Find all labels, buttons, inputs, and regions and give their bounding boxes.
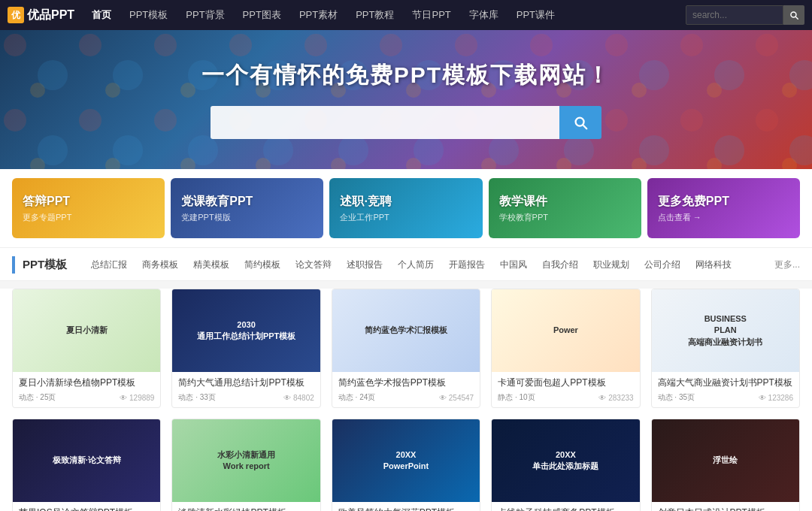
template-card-r1-0[interactable]: 夏日小清新 夏日小清新绿色植物PPT模板 动态 · 25页 👁129889 [12,289,161,408]
template-thumb-r2-1: 水彩小清新通用Work report [172,419,320,502]
template-info-r2-3: 点线粒子科技感商务PPT模板 动态 · 28页 👁88762 [492,502,639,511]
eye-icon-r1-1: 👁 [283,394,291,402]
template-card-r2-4[interactable]: 浮世绘 创意日本日式设计PPT模板 静态 · 15页 👁54321 [651,419,800,511]
template-thumb-r2-0: 极致清新·论文答辩 [13,419,160,502]
category-banner-2[interactable]: 述职·竞聘 企业工作PPT [329,178,482,238]
thumb-label-r2-3: 20XX单击此处添加标题 [529,446,601,476]
cat-banner-text-0: 答辩PPT 更多专题PPT [23,194,71,223]
tab-item-5[interactable]: 述职报告 [339,256,390,274]
nav-item-2[interactable]: PPT背景 [177,0,233,30]
eye-icon-r1-0: 👁 [120,394,127,402]
cat-banner-sub-3: 学校教育PPT [499,212,548,223]
tab-more[interactable]: 更多... [774,259,800,271]
template-card-r2-2[interactable]: 20XXPowerPoint 欧美风简约大气深蓝PPT模板 动态 · 22页 👁… [332,419,480,511]
template-card-r1-1[interactable]: 2030通用工作总结计划PPT模板 简约大气通用总结计划PPT模板 动态 · 3… [171,289,320,408]
thumb-label-r1-0: 夏日小清新 [63,322,111,339]
nav-search-input[interactable] [686,5,783,25]
template-views-r1-0: 👁129889 [120,394,154,402]
category-banner-3[interactable]: 教学课件 学校教育PPT [489,178,641,238]
nav-item-0[interactable]: 首页 [83,0,120,30]
template-title-r1-1: 简约大气通用总结计划PPT模板 [178,376,314,389]
section-tabs: PPT模板 总结汇报商务模板精美模板简约模板论文答辩述职报告个人简历开题报告中国… [0,248,812,281]
template-thumb-r1-2: 简约蓝色学术汇报模板 [332,289,480,372]
template-title-r2-4: 创意日本日式设计PPT模板 [658,506,793,511]
thumb-label-r1-1: 2030通用工作总结计划PPT模板 [194,316,298,346]
template-thumb-r1-1: 2030通用工作总结计划PPT模板 [172,289,320,372]
template-card-r1-2[interactable]: 简约蓝色学术汇报模板 简约蓝色学术报告PPT模板 动态 · 24页 👁25454… [332,289,480,408]
nav-search-button[interactable] [783,5,804,25]
logo-text: 优品PPT [27,8,74,23]
tab-item-9[interactable]: 自我介绍 [535,256,586,274]
nav-item-6[interactable]: 节日PPT [403,0,459,30]
nav-item-8[interactable]: PPT课件 [508,0,564,30]
cat-banner-title-3: 教学课件 [499,194,548,210]
hero-title: 一个有情怀的免费PPT模板下载网站！ [201,60,611,91]
cat-banner-text-1: 党课教育PPT 党建PPT模版 [181,194,253,223]
template-thumb-r1-4: BUSINESSPLAN高端商业融资计划书 [652,289,799,372]
logo-icon: 优 [8,7,24,23]
thumb-label-r2-1: 水彩小清新通用Work report [214,446,278,476]
template-views-r1-1: 👁84802 [283,394,314,402]
tab-item-3[interactable]: 简约模板 [237,256,288,274]
tab-item-2[interactable]: 精美模板 [186,256,237,274]
template-meta-r1-3: 静态 · 10页 👁283233 [498,392,633,403]
hero-search-icon [572,114,589,131]
cat-banner-text-4: 更多免费PPT 点击查看 → [658,194,729,223]
thumb-label-r2-0: 极致清新·论文答辩 [50,452,124,469]
tab-item-11[interactable]: 公司介绍 [637,256,688,274]
template-views-r1-4: 👁123286 [759,394,793,402]
template-card-r1-4[interactable]: BUSINESSPLAN高端商业融资计划书 高端大气商业融资计划书PPT模板 动… [651,289,800,408]
nav-item-7[interactable]: 字体库 [460,0,508,30]
template-thumb-r1-3: Power [492,289,639,372]
tab-item-6[interactable]: 个人简历 [390,256,441,274]
thumb-label-r1-4: BUSINESSPLAN高端商业融资计划书 [685,310,765,351]
template-info-r2-4: 创意日本日式设计PPT模板 静态 · 15页 👁54321 [652,502,799,511]
template-tag-r1-0: 动态 · 25页 [19,392,56,403]
search-icon [789,10,799,20]
template-title-r2-0: 苹果IOS风论文答辩PPT模板 [19,506,154,511]
category-banner-4[interactable]: 更多免费PPT 点击查看 → [647,178,800,238]
tab-item-1[interactable]: 商务模板 [135,256,186,274]
nav-item-1[interactable]: PPT模板 [120,0,177,30]
template-tag-r1-4: 动态 · 35页 [658,392,695,403]
cat-banner-sub-2: 企业工作PPT [340,212,391,223]
tab-item-8[interactable]: 中国风 [492,256,535,274]
hero-search-button[interactable] [559,106,601,139]
brand-logo[interactable]: 优 优品PPT [8,7,75,23]
tab-item-10[interactable]: 职业规划 [586,256,637,274]
cat-banner-text-3: 教学课件 学校教育PPT [499,194,548,223]
template-info-r1-0: 夏日小清新绿色植物PPT模板 动态 · 25页 👁129889 [13,372,160,407]
template-thumb-r2-3: 20XX单击此处添加标题 [492,419,639,502]
eye-icon-r1-3: 👁 [598,394,606,402]
thumb-label-r1-3: Power [550,322,581,339]
template-info-r1-4: 高端大气商业融资计划书PPT模板 动态 · 35页 👁123286 [652,372,799,407]
tab-item-12[interactable]: 网络科技 [688,256,739,274]
template-title-r2-2: 欧美风简约大气深蓝PPT模板 [338,506,474,511]
tab-item-7[interactable]: 开题报告 [441,256,492,274]
templates-section: 夏日小清新 夏日小清新绿色植物PPT模板 动态 · 25页 👁129889 20… [0,289,812,511]
template-card-r1-3[interactable]: Power 卡通可爱面包超人PPT模板 静态 · 10页 👁283233 [491,289,640,408]
template-thumb-r2-2: 20XXPowerPoint [332,419,480,502]
category-banner-1[interactable]: 党课教育PPT 党建PPT模版 [171,178,323,238]
nav-item-5[interactable]: PPT教程 [347,0,403,30]
template-card-r2-1[interactable]: 水彩小清新通用Work report 淡雅清新水彩绿植PPT模板 动态 · 18… [171,419,320,511]
nav-item-3[interactable]: PPT图表 [234,0,290,30]
cat-banner-title-1: 党课教育PPT [181,194,253,210]
nav-item-4[interactable]: PPT素材 [290,0,347,30]
template-title-r1-3: 卡通可爱面包超人PPT模板 [498,376,633,389]
cat-banner-title-2: 述职·竞聘 [340,194,391,210]
tab-item-4[interactable]: 论文答辩 [288,256,339,274]
template-info-r2-2: 欧美风简约大气深蓝PPT模板 动态 · 22页 👁61430 [332,502,480,511]
cat-banner-text-2: 述职·竞聘 企业工作PPT [340,194,391,223]
cat-banner-title-4: 更多免费PPT [658,194,729,210]
template-tag-r1-1: 动态 · 33页 [178,392,215,403]
navbar: 优 优品PPT 首页PPT模板PPT背景PPT图表PPT素材PPT教程节日PPT… [0,0,812,30]
tab-item-0[interactable]: 总结汇报 [83,256,135,274]
template-card-r2-3[interactable]: 20XX单击此处添加标题 点线粒子科技感商务PPT模板 动态 · 28页 👁88… [491,419,640,511]
template-title-r1-0: 夏日小清新绿色植物PPT模板 [19,376,154,389]
hero-search-input[interactable] [211,106,559,139]
template-card-r2-0[interactable]: 极致清新·论文答辩 苹果IOS风论文答辩PPT模板 动态 · 20页 👁9854… [12,419,161,511]
thumb-label-r2-4: 浮世绘 [710,452,741,469]
category-banner-0[interactable]: 答辩PPT 更多专题PPT [12,178,165,238]
template-meta-r1-0: 动态 · 25页 👁129889 [19,392,154,403]
